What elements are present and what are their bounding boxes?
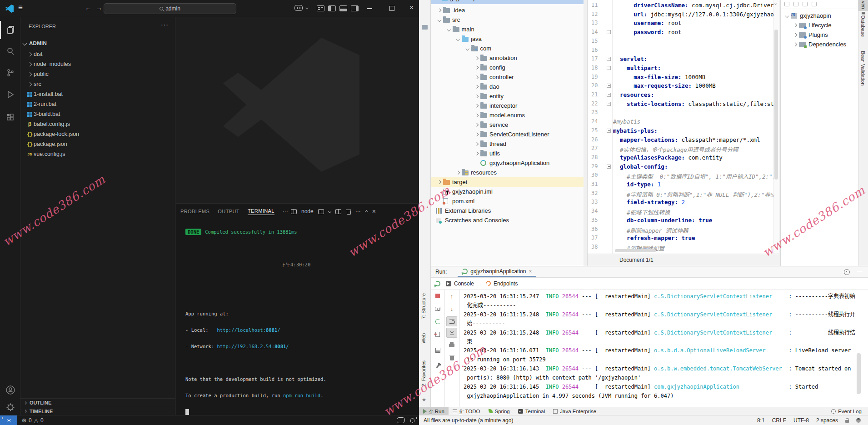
yaml-editor[interactable]: 11 driverClassName: com.mysql.cj.jdbc.Dr… <box>588 0 779 254</box>
file-encoding[interactable]: UTF-8 <box>793 417 809 424</box>
timeline-section[interactable]: TIMELINE <box>20 407 175 415</box>
tree-row-Scratches-and-Consoles[interactable]: Scratches and Consoles <box>431 215 587 225</box>
readonly-lock-icon[interactable] <box>845 420 849 423</box>
tab-endpoints[interactable]: Endpoints <box>486 280 518 287</box>
back-button[interactable]: ← <box>85 4 91 11</box>
close-tab-icon[interactable]: × <box>529 268 532 275</box>
search-input[interactable]: admin <box>104 3 236 14</box>
network-url-link[interactable]: http://192.168.2.54:8081/ <box>217 344 289 349</box>
tree-row-target[interactable]: target <box>431 177 587 187</box>
tool-database[interactable]: Database <box>860 15 866 37</box>
tool-maven-pressed[interactable]: ven <box>858 0 868 11</box>
new-terminal-icon[interactable] <box>335 209 341 214</box>
customize-layout-icon[interactable] <box>317 5 324 11</box>
chevron-icon[interactable] <box>473 133 480 136</box>
fold-icon[interactable] <box>607 129 611 133</box>
chevron-icon[interactable] <box>473 105 480 107</box>
terminal-more-icon[interactable]: ··· <box>355 208 361 215</box>
window-close-button[interactable]: × <box>409 4 414 12</box>
run-debug-icon[interactable] <box>0 85 20 104</box>
maven-item-lifecycle[interactable]: Lifecycle <box>781 20 858 30</box>
fold-icon[interactable] <box>607 66 611 70</box>
chevron-icon[interactable] <box>473 152 480 155</box>
chevron-down-icon[interactable] <box>305 6 309 10</box>
chevron-icon[interactable] <box>454 171 462 174</box>
outline-section[interactable]: OUTLINE <box>20 398 175 407</box>
copilot-status-icon[interactable] <box>397 417 405 423</box>
tree-row-com[interactable]: com <box>431 44 587 53</box>
rerun-icon[interactable] <box>435 281 440 286</box>
toolbar-javaenterprise[interactable]: Java Enterprise <box>549 407 600 415</box>
tree-row-resources[interactable]: resources <box>431 168 587 177</box>
maven-execute-icon[interactable] <box>803 2 808 6</box>
panel-more-icon[interactable]: ··· <box>283 209 288 214</box>
window-minimize-button[interactable] <box>367 8 372 9</box>
fold-icon[interactable] <box>607 102 611 106</box>
tool-bean-validation[interactable]: Bean Validation <box>860 51 866 85</box>
toggle-panel-icon[interactable] <box>339 5 347 11</box>
window-maximize-button[interactable] <box>389 6 394 11</box>
tree-row-src[interactable]: src <box>431 15 587 25</box>
problems-status[interactable]: ⊗ 0 △ 0 <box>22 417 44 424</box>
fold-icon[interactable] <box>607 93 611 97</box>
toolbar-terminal[interactable]: Terminal <box>514 407 549 415</box>
print-icon[interactable] <box>445 339 459 352</box>
maximize-panel-icon[interactable] <box>365 210 368 213</box>
tab-terminal[interactable]: TERMINAL <box>248 208 274 215</box>
project-tool-icon[interactable] <box>422 25 428 30</box>
copilot-icon[interactable] <box>294 5 303 11</box>
caret-position[interactable]: 8:1 <box>757 417 765 424</box>
file-row[interactable]: 2-run.bat <box>20 99 175 109</box>
tree-row-annotation[interactable]: annotation <box>431 53 587 63</box>
source-control-icon[interactable] <box>0 64 20 82</box>
split-terminal-icon[interactable] <box>318 209 324 214</box>
terminal-shell-label[interactable]: node <box>301 208 314 215</box>
tree-row-utils[interactable]: utils <box>431 149 587 158</box>
tree-row-pom-xml[interactable]: pom.xml <box>431 196 587 206</box>
tree-row-gxjyzhaopinApplication[interactable]: gxjyzhaopinApplication <box>431 158 587 168</box>
tool-favorites[interactable]: 2: Favorites <box>421 360 426 386</box>
chevron-icon[interactable] <box>473 124 480 126</box>
tree-row-main[interactable]: main <box>431 25 587 34</box>
file-row[interactable]: βbabel.config.js <box>20 119 175 129</box>
scroll-to-end-icon[interactable] <box>446 328 457 338</box>
indent-setting[interactable]: 2 spaces <box>816 417 838 424</box>
tree-row-controller[interactable]: controller <box>431 72 587 82</box>
update-application-icon[interactable] <box>431 315 444 328</box>
toolbar-run[interactable]: 4: Run <box>419 407 449 415</box>
tree-row-dao[interactable]: dao <box>431 82 587 91</box>
search-view-icon[interactable] <box>0 42 20 60</box>
notifications-bell-icon[interactable] <box>410 418 414 422</box>
maven-item-plugins[interactable]: Plugins <box>781 30 858 40</box>
toolbar-todo[interactable]: 6: TODO <box>449 407 484 415</box>
tab-output[interactable]: OUTPUT <box>218 209 239 214</box>
file-row[interactable]: 3-build.bat <box>20 109 175 119</box>
tab-console[interactable]: Console <box>446 280 474 287</box>
fold-icon[interactable] <box>607 30 611 34</box>
file-row[interactable]: JSvue.config.js <box>20 149 175 159</box>
chevron-icon[interactable] <box>473 85 480 88</box>
editor-scrollbar[interactable] <box>773 0 779 254</box>
stop-icon[interactable] <box>431 290 444 302</box>
toolbar-spring[interactable]: Spring <box>484 407 514 415</box>
chevron-icon[interactable] <box>473 76 480 79</box>
restore-layout-icon[interactable] <box>431 344 444 356</box>
project-root-admin[interactable]: ADMIN <box>20 38 175 48</box>
toggle-secondary-sidebar-icon[interactable] <box>351 5 359 11</box>
soft-wrap-icon[interactable] <box>446 316 457 326</box>
chevron-icon[interactable] <box>473 57 480 60</box>
project-scrollbar[interactable] <box>584 0 587 266</box>
maven-download-icon[interactable] <box>793 2 798 6</box>
thread-dump-camera-icon[interactable] <box>431 302 444 315</box>
tree-row-model-enums[interactable]: model.enums <box>431 110 587 120</box>
chevron-icon[interactable] <box>473 114 480 117</box>
file-row[interactable]: {}package-lock.json <box>20 129 175 139</box>
clear-console-icon[interactable] <box>445 352 459 365</box>
tree-row-gxjyzhaopin-iml[interactable]: gxjyzhaopin.iml <box>431 187 587 196</box>
tree-row-ServletContextListener[interactable]: ServletContextListener <box>431 130 587 139</box>
tree-row-entity[interactable]: entity <box>431 91 587 101</box>
forward-button[interactable]: → <box>96 4 102 11</box>
tree-row-config[interactable]: config <box>431 63 587 72</box>
more-actions-icon[interactable]: ··· <box>161 21 169 28</box>
fold-icon[interactable] <box>607 165 611 169</box>
